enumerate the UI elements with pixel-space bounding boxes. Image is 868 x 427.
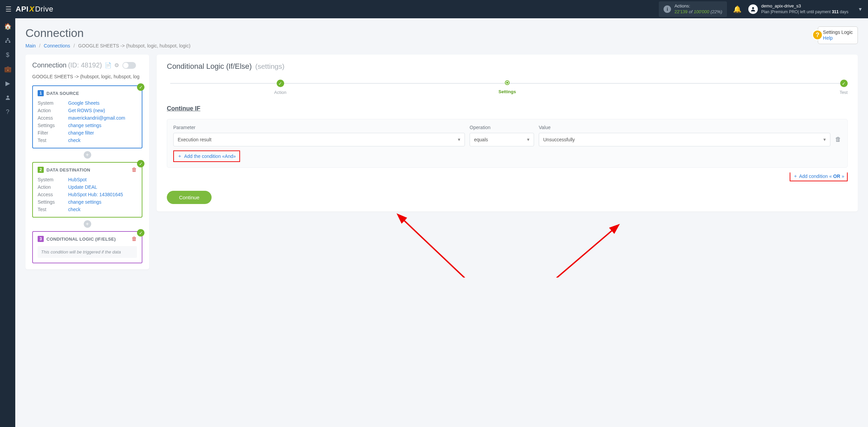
bc-connections[interactable]: Connections	[44, 43, 70, 48]
logo-api: API	[16, 5, 28, 14]
label-value: Value	[539, 125, 830, 130]
chevron-down-icon: ▼	[858, 6, 863, 12]
svg-rect-2	[5, 41, 7, 43]
select-parameter[interactable]: Execution result▼	[173, 133, 465, 146]
trash-icon[interactable]: 🗑	[132, 236, 137, 242]
conn-id: (ID: 48192)	[68, 61, 102, 69]
svg-rect-1	[7, 38, 8, 40]
gear-icon[interactable]: ⚙	[114, 62, 119, 68]
step-done-icon: ✓	[840, 80, 848, 87]
logo[interactable]: APIXDrive	[16, 5, 53, 14]
top-bar: ☰ APIXDrive i Actions: 22'139 of 100'000…	[0, 0, 868, 18]
block-number: 2	[38, 167, 44, 173]
help-link[interactable]: Help	[823, 35, 833, 41]
question-icon: ?	[812, 29, 823, 40]
select-operation[interactable]: equals▼	[470, 133, 534, 146]
user-menu[interactable]: demo_apix-drive_s3 Plan |Premium PRO| le…	[748, 3, 863, 15]
hamburger-icon[interactable]: ☰	[5, 5, 12, 13]
trash-icon[interactable]: 🗑	[132, 167, 137, 173]
info-icon: i	[664, 5, 671, 13]
step-test[interactable]: ✓ Test	[621, 80, 848, 95]
chevron-down-icon: ▼	[526, 137, 530, 142]
block1-rows: SystemGoogle Sheets ActionGet ROWS (new)…	[38, 100, 137, 143]
block-data-source: ✓ 1 DATA SOURCE SystemGoogle Sheets Acti…	[32, 85, 142, 148]
chevron-down-icon: ▼	[457, 137, 461, 142]
select-value[interactable]: Unsuccessfully▼	[539, 133, 830, 146]
stepper: ✓ Action Settings ✓ Test	[167, 80, 848, 95]
briefcase-icon[interactable]: 💼	[4, 65, 12, 73]
actions-counter[interactable]: i Actions: 22'139 of 100'000 (22%)	[659, 1, 727, 17]
add-block-button[interactable]: +	[84, 151, 91, 159]
condition-group: Parameter Execution result▼ Operation eq…	[167, 119, 848, 168]
section-title: Continue IF	[167, 105, 848, 112]
bc-main[interactable]: Main	[25, 43, 36, 48]
step-current-icon	[505, 80, 510, 85]
step-done-icon: ✓	[277, 80, 284, 87]
block2-rows: SystemHubSpot ActionUpdate DEAL AccessHu…	[38, 177, 137, 212]
plan-info: Plan |Premium PRO| left until payment 31…	[761, 9, 848, 14]
toggle-switch[interactable]	[122, 62, 136, 69]
bell-icon[interactable]: 🔔	[733, 5, 742, 13]
svg-line-6	[536, 229, 614, 278]
check-icon: ✓	[137, 160, 144, 167]
step-action[interactable]: ✓ Action	[167, 80, 394, 95]
plus-icon: ＋	[793, 173, 798, 179]
sidebar: 🏠 $ 💼 ▶ ?	[0, 18, 15, 278]
add-and-button[interactable]: ＋ Add the condition «And»	[173, 150, 240, 162]
label-parameter: Parameter	[173, 125, 465, 130]
home-icon[interactable]: 🏠	[4, 22, 12, 30]
block-note: This condition will be triggered if the …	[38, 246, 137, 258]
svg-rect-3	[9, 41, 11, 43]
actions-label: Actions:	[674, 3, 690, 8]
continue-button[interactable]: Continue	[167, 191, 212, 204]
add-block-button[interactable]: +	[84, 220, 91, 228]
help-box: ? Settings Logic Help	[818, 26, 858, 44]
chevron-down-icon: ▼	[823, 137, 827, 142]
sitemap-icon[interactable]	[4, 37, 12, 45]
block-number: 3	[38, 236, 44, 242]
dollar-icon[interactable]: $	[4, 51, 12, 59]
youtube-icon[interactable]: ▶	[4, 79, 12, 87]
user-icon[interactable]	[4, 94, 12, 102]
label-operation: Operation	[470, 125, 534, 130]
check-icon: ✓	[137, 229, 144, 237]
actions-pct: (22%)	[710, 9, 722, 14]
logo-x: X	[29, 5, 34, 14]
connection-panel: Connection (ID: 48192) 📄 ⚙ GOOGLE SHEETS…	[25, 55, 149, 269]
actions-used: 22'139	[674, 9, 688, 14]
add-or-button[interactable]: ＋ Add condition «OR»	[790, 172, 848, 181]
settings-panel: Conditional Logic (If/Else) (settings) ✓…	[157, 55, 858, 211]
block-title: CONDITIONAL LOGIC (IF/ELSE)	[46, 237, 116, 242]
step-settings[interactable]: Settings	[394, 80, 620, 94]
check-icon: ✓	[137, 83, 144, 91]
plus-icon: ＋	[177, 153, 182, 159]
block-data-destination: ✓ 2 DATA DESTINATION 🗑 SystemHubSpot Act…	[32, 162, 142, 218]
block-number: 1	[38, 90, 44, 96]
svg-point-0	[752, 7, 754, 9]
avatar-icon	[748, 4, 758, 14]
conn-title: Connection	[32, 61, 66, 69]
page-title: Connection	[25, 26, 191, 40]
actions-total: 100'000	[694, 9, 709, 14]
block-title: DATA DESTINATION	[46, 167, 90, 172]
help-title: Settings Logic	[823, 29, 853, 35]
panel-subtitle: (settings)	[255, 62, 284, 70]
help-icon[interactable]: ?	[4, 108, 12, 116]
trash-icon[interactable]: 🗑	[835, 136, 841, 146]
document-icon[interactable]: 📄	[105, 62, 112, 68]
block-conditional-logic: ✓ 3 CONDITIONAL LOGIC (IF/ELSE) 🗑 This c…	[32, 231, 142, 263]
conn-subtitle: GOOGLE SHEETS -> (hubspot, logic, hubspo…	[32, 74, 142, 79]
svg-point-4	[7, 96, 9, 98]
panel-title: Conditional Logic (If/Else)	[167, 62, 252, 71]
svg-line-5	[402, 219, 469, 278]
username: demo_apix-drive_s3	[761, 3, 801, 8]
bc-current: GOOGLE SHEETS -> (hubspot, logic, hubspo…	[78, 43, 191, 48]
logo-drive: Drive	[35, 5, 53, 14]
actions-of: of	[689, 9, 692, 14]
breadcrumb: Main / Connections / GOOGLE SHEETS -> (h…	[25, 43, 191, 48]
block-title: DATA SOURCE	[46, 91, 79, 96]
